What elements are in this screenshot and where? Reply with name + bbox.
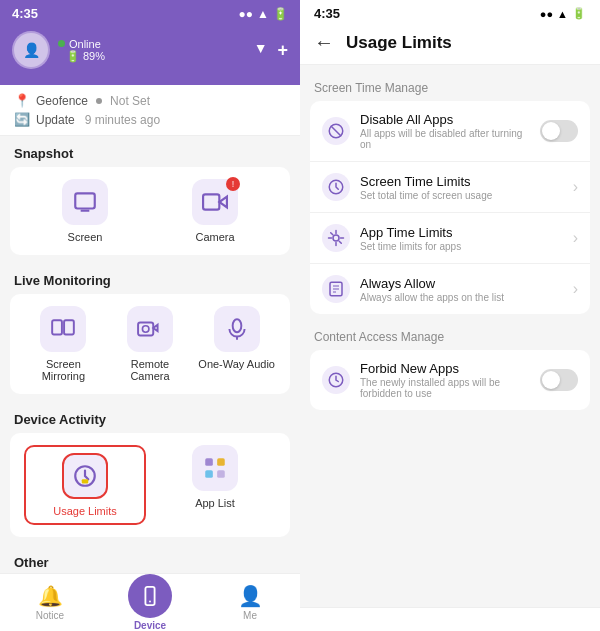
svg-rect-13 bbox=[205, 470, 213, 478]
screen-mirroring-item[interactable]: Screen Mirroring bbox=[24, 306, 103, 382]
forbid-new-apps-title: Forbid New Apps bbox=[360, 361, 530, 376]
svg-rect-14 bbox=[217, 470, 225, 478]
dot-separator bbox=[96, 98, 102, 104]
online-label: Online bbox=[69, 38, 101, 50]
svg-point-19 bbox=[149, 601, 151, 603]
right-bottom-bar bbox=[300, 607, 600, 631]
back-button[interactable]: ← bbox=[314, 31, 334, 54]
battery-icon-small: 🔋 bbox=[66, 50, 80, 63]
content-access-card: Forbid New Apps The newly installed apps… bbox=[310, 350, 590, 410]
right-battery-icon: 🔋 bbox=[572, 7, 586, 20]
camera-icon: ! bbox=[192, 179, 238, 225]
forbid-new-apps-knob bbox=[542, 371, 560, 389]
header-actions: ▼ + bbox=[254, 40, 288, 61]
remote-camera-icon bbox=[127, 306, 173, 352]
screen-label: Screen bbox=[68, 231, 103, 243]
app-list-icon bbox=[192, 445, 238, 491]
right-wifi-icon: ▲ bbox=[557, 8, 568, 20]
snapshot-label: Snapshot bbox=[0, 136, 300, 167]
app-list-label: App List bbox=[195, 497, 235, 509]
geofence-label: Geofence bbox=[36, 94, 88, 108]
screen-time-limits-icon bbox=[322, 173, 350, 201]
always-allow-title: Always Allow bbox=[360, 276, 563, 291]
right-time: 4:35 bbox=[314, 6, 340, 21]
notice-label: Notice bbox=[36, 610, 64, 621]
screen-mirroring-label: Screen Mirroring bbox=[24, 358, 103, 382]
svg-line-21 bbox=[331, 126, 342, 137]
avatar-inner: 👤 bbox=[14, 33, 48, 67]
app-time-limits-text: App Time Limits Set time limits for apps bbox=[360, 225, 563, 252]
forbid-new-apps-toggle-control[interactable] bbox=[540, 369, 578, 391]
svg-rect-5 bbox=[138, 323, 153, 336]
nav-notice[interactable]: 🔔 Notice bbox=[0, 574, 100, 631]
left-status-bar: 4:35 ●● ▲ 🔋 bbox=[12, 0, 288, 25]
forbid-new-apps-sub: The newly installed apps will be forbidd… bbox=[360, 377, 530, 399]
disable-all-apps-toggle-control[interactable] bbox=[540, 120, 578, 142]
info-section: 📍 Geofence Not Set 🔄 Update 9 minutes ag… bbox=[0, 85, 300, 136]
nav-me[interactable]: 👤 Me bbox=[200, 574, 300, 631]
device-activity-label: Device Activity bbox=[0, 402, 300, 433]
camera-label: Camera bbox=[195, 231, 234, 243]
usage-limits-label: Usage Limits bbox=[53, 505, 117, 517]
right-signal-icon: ●● bbox=[540, 8, 553, 20]
me-label: Me bbox=[243, 610, 257, 621]
screen-time-card: Disable All Apps All apps will be disabl… bbox=[310, 101, 590, 314]
left-panel: 4:35 ●● ▲ 🔋 👤 Online 🔋 bbox=[0, 0, 300, 631]
profile-status: Online 🔋 89% bbox=[58, 38, 105, 63]
usage-limits-item[interactable]: Usage Limits bbox=[24, 445, 146, 525]
one-way-audio-icon bbox=[214, 306, 260, 352]
right-panel: 4:35 ●● ▲ 🔋 ← Usage Limits Screen Time M… bbox=[300, 0, 600, 631]
update-icon: 🔄 bbox=[14, 112, 30, 127]
svg-point-23 bbox=[333, 235, 339, 241]
camera-badge: ! bbox=[226, 177, 240, 191]
screen-icon bbox=[62, 179, 108, 225]
screen-time-limits-sub: Set total time of screen usage bbox=[360, 190, 563, 201]
avatar-group: 👤 Online 🔋 89% bbox=[12, 31, 105, 69]
disable-all-apps-title: Disable All Apps bbox=[360, 112, 530, 127]
screen-time-limits-row[interactable]: Screen Time Limits Set total time of scr… bbox=[310, 162, 590, 213]
wifi-icon: ▲ bbox=[257, 7, 269, 21]
battery-percent: 89% bbox=[83, 50, 105, 62]
bottom-nav: 🔔 Notice Device 👤 Me bbox=[0, 573, 300, 631]
live-monitoring-card: Screen Mirroring Remote Camera One-Way A… bbox=[10, 294, 290, 394]
screen-time-limits-chevron: › bbox=[573, 178, 578, 196]
always-allow-icon bbox=[322, 275, 350, 303]
live-monitoring-grid: Screen Mirroring Remote Camera One-Way A… bbox=[24, 306, 276, 382]
signal-icon: ●● bbox=[239, 7, 254, 21]
always-allow-sub: Always allow the apps on the list bbox=[360, 292, 563, 303]
disable-all-apps-sub: All apps will be disabled after turning … bbox=[360, 128, 530, 150]
disable-all-apps-icon bbox=[322, 117, 350, 145]
disable-all-apps-text: Disable All Apps All apps will be disabl… bbox=[360, 112, 530, 150]
screen-time-limits-text: Screen Time Limits Set total time of scr… bbox=[360, 174, 563, 201]
usage-limits-icon bbox=[62, 453, 108, 499]
snapshot-card: Screen ! Camera bbox=[10, 167, 290, 255]
update-label: Update bbox=[36, 113, 75, 127]
always-allow-row[interactable]: Always Allow Always allow the apps on th… bbox=[310, 264, 590, 314]
online-badge: Online bbox=[58, 38, 105, 50]
geofence-value: Not Set bbox=[110, 94, 150, 108]
svg-rect-18 bbox=[145, 587, 154, 605]
always-allow-chevron: › bbox=[573, 280, 578, 298]
remote-camera-item[interactable]: Remote Camera bbox=[111, 306, 190, 382]
app-time-limits-row[interactable]: App Time Limits Set time limits for apps… bbox=[310, 213, 590, 264]
live-monitoring-label: Live Monitoring bbox=[0, 263, 300, 294]
add-icon[interactable]: + bbox=[277, 40, 288, 61]
dropdown-icon[interactable]: ▼ bbox=[254, 40, 268, 61]
nav-device[interactable]: Device bbox=[100, 574, 200, 631]
camera-item[interactable]: ! Camera bbox=[154, 179, 276, 243]
svg-point-6 bbox=[142, 326, 149, 333]
app-time-limits-sub: Set time limits for apps bbox=[360, 241, 563, 252]
svg-rect-12 bbox=[217, 458, 225, 466]
app-list-item[interactable]: App List bbox=[154, 445, 276, 525]
svg-rect-4 bbox=[64, 320, 74, 334]
device-activity-grid: Usage Limits App List bbox=[24, 445, 276, 525]
disable-all-apps-knob bbox=[542, 122, 560, 140]
disable-all-apps-toggle[interactable] bbox=[540, 120, 578, 142]
app-time-limits-chevron: › bbox=[573, 229, 578, 247]
one-way-audio-item[interactable]: One-Way Audio bbox=[197, 306, 276, 382]
remote-camera-label: Remote Camera bbox=[111, 358, 190, 382]
avatar: 👤 bbox=[12, 31, 50, 69]
forbid-new-apps-toggle[interactable] bbox=[540, 369, 578, 391]
screen-item[interactable]: Screen bbox=[24, 179, 146, 243]
update-row: 🔄 Update 9 minutes ago bbox=[14, 112, 286, 127]
